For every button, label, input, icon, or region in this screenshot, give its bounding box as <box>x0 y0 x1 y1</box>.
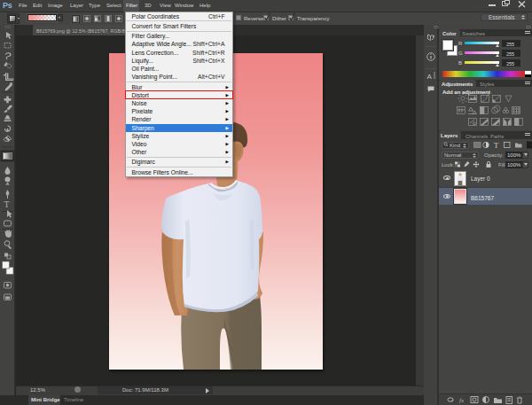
svg-text:T: T <box>4 199 10 209</box>
svg-text:A: A <box>427 73 433 81</box>
svg-text:fx: fx <box>459 397 465 404</box>
svg-text:T: T <box>494 141 499 150</box>
